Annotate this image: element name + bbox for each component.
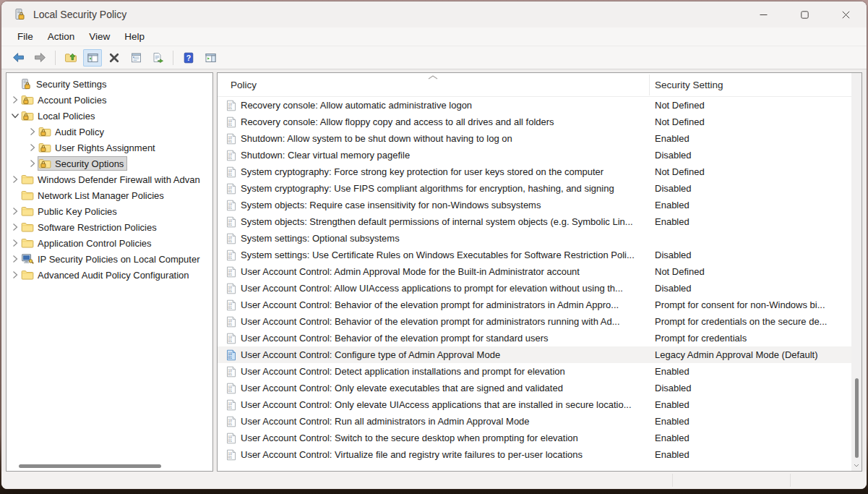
tree-item-network-list-manager-policies[interactable]: Network List Manager Policies (7, 187, 212, 203)
tree-item-local-policies[interactable]: Local Policies (7, 108, 212, 124)
svg-text:01: 01 (228, 289, 233, 293)
tree-item-windows-defender-firewall-with-advan[interactable]: Windows Defender Firewall with Advan (7, 171, 212, 187)
tree-hscroll-thumb[interactable] (19, 464, 161, 468)
svg-text:01: 01 (228, 106, 233, 110)
policy-name: Shutdown: Clear virtual memory pagefile (241, 150, 645, 161)
title-bar[interactable]: Local Security Policy (1, 1, 867, 27)
tree-item-advanced-audit-policy-configuration[interactable]: Advanced Audit Policy Configuration (7, 267, 212, 283)
column-header-policy[interactable]: Policy (231, 80, 257, 90)
svg-text:01: 01 (228, 306, 233, 310)
delete-button[interactable] (105, 49, 124, 67)
tree-item-software-restriction-policies[interactable]: Software Restriction Policies (7, 219, 212, 235)
policy-name: User Account Control: Admin Approval Mod… (241, 266, 645, 277)
policy-row[interactable]: 1001User Account Control: Allow UIAccess… (218, 280, 861, 297)
desktop-background: Local Security Policy FileActionViewHelp… (0, 0, 868, 494)
policy-row[interactable]: 1001Recovery console: Allow automatic ad… (218, 97, 861, 114)
chevron-right-icon[interactable] (9, 237, 21, 249)
policy-name: User Account Control: Run all administra… (241, 416, 645, 427)
policy-doc-icon: 1001 (226, 183, 236, 195)
policy-row[interactable]: 1001System settings: Use Certificate Rul… (218, 247, 861, 263)
chevron-right-icon[interactable] (9, 174, 21, 185)
policy-row[interactable]: 1001System objects: Strengthen default p… (218, 213, 861, 230)
security-setting-value: Disabled (655, 250, 848, 260)
policy-row[interactable]: 1001User Account Control: Behavior of th… (218, 330, 861, 346)
policy-row[interactable]: 1001User Account Control: Switch to the … (218, 430, 861, 446)
forward-button[interactable] (30, 49, 49, 67)
tree-item-public-key-policies[interactable]: Public Key Policies (7, 203, 212, 219)
policy-row[interactable]: 1001User Account Control: Run all admini… (218, 413, 861, 430)
chevron-right-icon[interactable] (9, 94, 21, 106)
tree-item-ip-security-policies-on-local-computer[interactable]: IP Security Policies on Local Computer (7, 251, 212, 267)
policy-row[interactable]: 1001System objects: Require case insensi… (218, 197, 861, 213)
column-divider[interactable] (649, 74, 650, 95)
list-vertical-scrollbar[interactable] (851, 73, 861, 471)
chevron-right-icon[interactable] (27, 158, 38, 169)
policy-list-pane: Policy Security Setting 1001Recovery con… (217, 72, 862, 472)
policy-row[interactable]: 1001User Account Control: Admin Approval… (218, 263, 861, 280)
policy-doc-icon: 1001 (226, 399, 236, 411)
tree-item-label: Audit Policy (55, 127, 104, 137)
policy-row[interactable]: 1001User Account Control: Virtualize fil… (218, 446, 861, 463)
policy-row[interactable]: 1001Shutdown: Allow system to be shut do… (218, 130, 861, 147)
policy-row[interactable]: 1001User Account Control: Behavior of th… (218, 297, 861, 313)
policy-row[interactable]: 1001User Account Control: Only elevate e… (218, 380, 861, 396)
policy-row[interactable]: 1001System cryptography: Use FIPS compli… (218, 180, 861, 197)
chevron-right-icon[interactable] (27, 142, 38, 153)
local-security-policy-icon (13, 8, 26, 21)
tree-item-application-control-policies[interactable]: Application Control Policies (7, 235, 212, 251)
close-button[interactable] (825, 1, 867, 27)
properties-button[interactable] (126, 49, 145, 67)
security-setting-value: Prompt for consent for non-Windows bi... (655, 299, 848, 310)
tree-item-user-rights-assignment[interactable]: User Rights Assignment (7, 140, 212, 156)
policy-row[interactable]: 1001System cryptography: Force strong ke… (218, 163, 861, 180)
export-list-button[interactable] (148, 49, 167, 67)
scroll-down-icon[interactable] (854, 464, 859, 467)
tree-item-audit-policy[interactable]: Audit Policy (7, 124, 212, 140)
list-vscroll-thumb[interactable] (855, 378, 859, 458)
show-console-tree-button[interactable] (83, 49, 102, 67)
tree-item-security-settings[interactable]: Security Settings (7, 76, 212, 92)
policy-row[interactable]: 1001User Account Control: Only elevate U… (218, 396, 861, 413)
policy-doc-icon: 1001 (226, 100, 236, 111)
svg-text:01: 01 (228, 389, 233, 393)
help-button[interactable]: ? (179, 49, 198, 67)
toolbar-separator (173, 51, 173, 65)
chevron-right-icon[interactable] (9, 205, 21, 217)
maximize-icon (801, 11, 809, 19)
show-action-pane-button[interactable] (201, 49, 220, 67)
back-icon (12, 51, 25, 64)
policy-row[interactable]: 1001Recovery console: Allow floppy copy … (218, 114, 861, 130)
maximize-button[interactable] (784, 1, 825, 27)
tree-item-label: Application Control Policies (38, 238, 152, 249)
policy-row[interactable]: 1001User Account Control: Detect applica… (218, 363, 861, 380)
minimize-button[interactable] (743, 1, 784, 27)
security-settings-icon (20, 78, 33, 90)
tree-item-body: Network List Manager Policies (21, 189, 167, 202)
folder-lock-icon (21, 94, 34, 106)
policy-doc-icon: 1001 (226, 116, 236, 128)
chevron-down-icon[interactable] (9, 110, 21, 122)
up-one-level-button[interactable] (61, 49, 80, 67)
chevron-right-icon[interactable] (9, 269, 21, 281)
chevron-right-icon[interactable] (27, 126, 38, 137)
tree-item-account-policies[interactable]: Account Policies (7, 92, 212, 108)
spacer (9, 189, 21, 201)
policy-row[interactable]: 1001User Account Control: Behavior of th… (218, 313, 861, 330)
column-header-security-setting[interactable]: Security Setting (655, 80, 723, 90)
chevron-right-icon[interactable] (9, 221, 21, 233)
folder-lock-icon (38, 126, 51, 137)
menu-view[interactable]: View (82, 29, 117, 44)
policy-doc-icon: 1001 (226, 416, 236, 427)
tree-item-body: Security Options (38, 157, 126, 170)
policy-row[interactable]: 1001User Account Control: Configure type… (218, 346, 861, 363)
chevron-right-icon[interactable] (9, 253, 21, 265)
tree-item-security-options[interactable]: Security Options (7, 156, 212, 171)
menu-help[interactable]: Help (117, 29, 152, 44)
menu-file[interactable]: File (10, 29, 40, 44)
policy-name: System objects: Require case insensitivi… (241, 200, 645, 210)
back-button[interactable] (9, 49, 27, 67)
policy-row[interactable]: 1001System settings: Optional subsystems (218, 230, 861, 247)
menu-action[interactable]: Action (40, 29, 82, 44)
policy-row[interactable]: 1001Shutdown: Clear virtual memory pagef… (218, 147, 861, 163)
tree-horizontal-scrollbar[interactable] (7, 463, 212, 469)
